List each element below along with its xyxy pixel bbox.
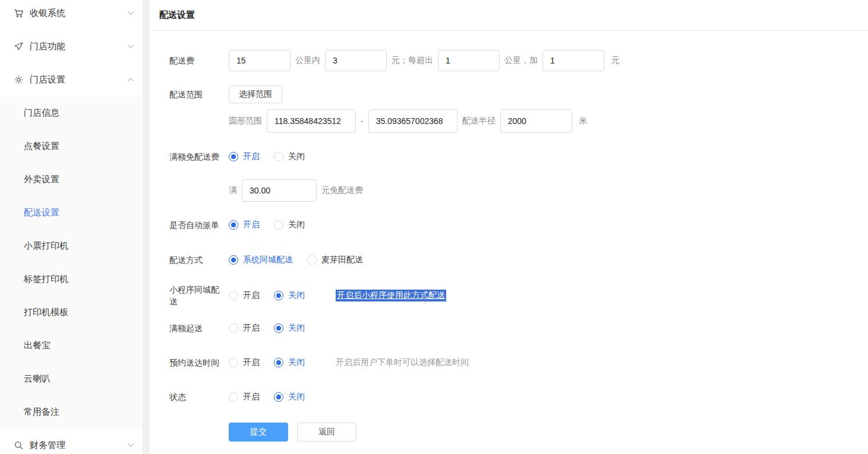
per-exceed-label: 元；每超出 (392, 55, 433, 66)
row-scheduled-delivery: 预约送达时间 开启 关闭 开启后用户下单时可以选择配送时间 (169, 357, 868, 369)
back-button[interactable]: 返回 (297, 423, 356, 442)
radio-off[interactable]: 关闭 (274, 392, 305, 402)
radio-dot-selected (274, 392, 283, 402)
radio-off[interactable]: 关闭 (274, 220, 305, 230)
radio-dot-unselected (274, 152, 283, 161)
field-label: 配送范围 (169, 88, 226, 100)
sidebar-group-label: 门店设置 (30, 74, 127, 85)
radio-on[interactable]: 开启 (229, 290, 260, 301)
sidebar-item-common-notes[interactable]: 常用备注 (0, 395, 143, 428)
field-label: 满额免配送费 (169, 151, 226, 163)
sidebar-item-delivery-settings[interactable]: 配送设置 (0, 196, 143, 229)
sidebar-submenu-store-settings: 门店信息 点餐设置 外卖设置 配送设置 小票打印机 标签打印机 打印机模板 出餐… (0, 96, 143, 428)
row-auto-dispatch: 是否自动派单 开启 关闭 (169, 219, 868, 231)
sidebar-group-cashier[interactable]: 收银系统 (0, 0, 143, 30)
chevron-down-icon (127, 442, 134, 449)
within-km-fee-input[interactable] (325, 50, 387, 71)
submit-button[interactable]: 提交 (229, 423, 288, 442)
base-fee-input[interactable] (229, 50, 291, 71)
radio-dot-unselected (229, 291, 238, 300)
row-delivery-method: 配送方式 系统同城配送 麦芽田配送 (169, 254, 868, 266)
sidebar-group-label: 门店功能 (30, 41, 127, 52)
radio-on[interactable]: 开启 (229, 357, 260, 368)
sidebar-group-store-functions[interactable]: 门店功能 (0, 30, 143, 63)
row-delivery-range: 配送范围 选择范围 (169, 85, 868, 103)
gear-icon (13, 74, 24, 85)
sidebar-group-label: 收银系统 (30, 8, 127, 19)
sidebar-item-label-printer[interactable]: 标签打印机 (0, 262, 143, 296)
row-delivery-fee: 配送费 公里内 元；每超出 公里，加 元 (169, 50, 868, 71)
main-content: 配送设置 配送费 公里内 元；每超出 公里，加 元 配送范围 选择范围 圆形范围… (150, 0, 868, 454)
cart-icon (13, 8, 24, 18)
chevron-down-icon (127, 43, 134, 50)
radio-dot-unselected (229, 323, 238, 333)
field-label: 满额起送 (169, 322, 226, 334)
radio-dot-selected (274, 323, 283, 333)
radio-off[interactable]: 关闭 (274, 151, 305, 162)
amount-suffix-label: 元免配送费 (321, 185, 363, 196)
field-label: 预约送达时间 (169, 357, 226, 369)
within-km-label: 公里内 (295, 55, 320, 66)
free-over-amount-input[interactable] (242, 179, 317, 202)
coordinate-separator: - (361, 116, 364, 126)
sidebar: 收银系统 门店功能 门店设置 (0, 0, 143, 454)
sidebar-group-store-settings[interactable]: 门店设置 (0, 63, 143, 96)
radio-on[interactable]: 开启 (229, 392, 260, 402)
delivery-settings-form: 配送费 公里内 元；每超出 公里，加 元 配送范围 选择范围 圆形范围 - 配送… (150, 31, 868, 442)
fee-unit-label: 元 (611, 55, 620, 66)
sidebar-item-receipt-printer[interactable]: 小票打印机 (0, 229, 143, 262)
sidebar-item-store-info[interactable]: 门店信息 (0, 96, 143, 129)
select-range-button[interactable]: 选择范围 (229, 85, 282, 103)
sidebar-item-takeout[interactable]: 外卖设置 (0, 163, 143, 196)
radius-unit-label: 米 (579, 116, 588, 126)
field-label: 小程序同城配送 (169, 284, 226, 307)
longitude-input[interactable] (267, 109, 356, 133)
page-title: 配送设置 (159, 9, 195, 21)
search-icon (13, 440, 24, 450)
field-label: 状态 (169, 391, 226, 403)
radio-dot-selected (274, 358, 283, 367)
radio-on[interactable]: 开启 (229, 220, 260, 230)
row-free-over: 满额免配送费 开启 关闭 (169, 151, 868, 163)
radius-input[interactable] (500, 109, 572, 133)
row-circle-range: 圆形范围 - 配送半径 米 (169, 109, 868, 133)
chevron-up-icon (127, 76, 134, 83)
row-actions: 提交 返回 (169, 423, 868, 442)
sidebar-group-finance[interactable]: 财务管理 (0, 428, 143, 454)
latitude-input[interactable] (368, 109, 457, 133)
add-label: 公里，加 (504, 55, 538, 66)
radio-dot-unselected (229, 358, 238, 367)
highlighted-hint-text: 开启后小程序使用此方式配送 (336, 290, 446, 301)
row-status: 状态 开启 关闭 (169, 391, 868, 403)
radio-dot-selected (229, 220, 238, 230)
radio-dot-unselected (307, 255, 317, 265)
chevron-down-icon (127, 9, 134, 17)
radio-off[interactable]: 关闭 (274, 357, 305, 368)
amount-prefix-label: 满 (229, 185, 237, 196)
radio-dot-unselected (229, 392, 238, 402)
radio-on[interactable]: 开启 (229, 151, 260, 162)
field-label: 配送方式 (169, 254, 226, 266)
sidebar-group-label: 财务管理 (30, 440, 127, 451)
field-label: 配送费 (169, 55, 226, 66)
radio-dot-unselected (274, 220, 283, 230)
radio-off[interactable]: 关闭 (274, 323, 305, 334)
row-min-order: 满额起送 开启 关闭 (169, 322, 868, 334)
radio-maiyatian-delivery[interactable]: 麦芽田配送 (307, 255, 363, 265)
sidebar-item-ordering[interactable]: 点餐设置 (0, 129, 143, 163)
add-fee-input[interactable] (542, 50, 604, 71)
sidebar-item-printer-template[interactable]: 打印机模板 (0, 296, 143, 329)
field-label: 是否自动派单 (169, 219, 226, 231)
row-miniprogram-delivery: 小程序同城配送 开启 关闭 开启后小程序使用此方式配送 (169, 284, 868, 307)
sidebar-item-food-ready[interactable]: 出餐宝 (0, 329, 143, 362)
radius-label: 配送半径 (462, 116, 495, 126)
sidebar-main-divider (143, 0, 150, 454)
radio-dot-selected (229, 255, 238, 265)
radio-off[interactable]: 关闭 (274, 290, 305, 301)
exceed-km-input[interactable] (438, 50, 500, 71)
radio-dot-selected (274, 291, 283, 300)
sidebar-item-cloud-speaker[interactable]: 云喇叭 (0, 362, 143, 395)
radio-on[interactable]: 开启 (229, 323, 260, 334)
send-icon (13, 41, 24, 52)
radio-system-delivery[interactable]: 系统同城配送 (229, 255, 293, 265)
